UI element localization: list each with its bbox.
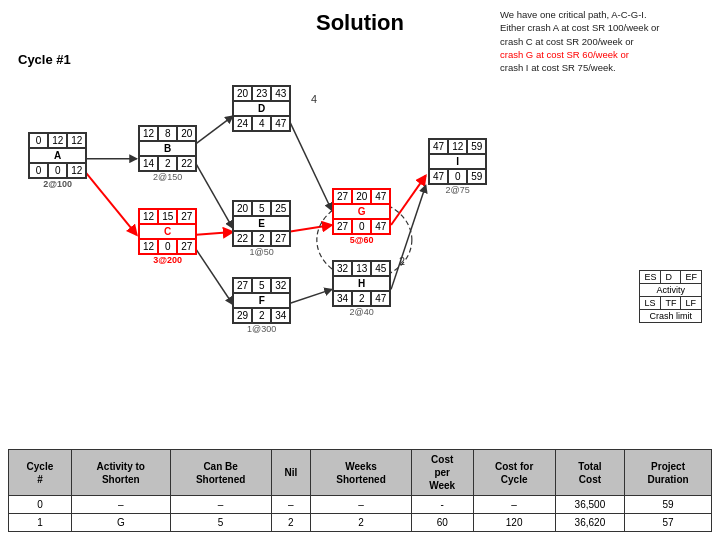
col-cost-cycle: Cost forCycle <box>473 450 555 496</box>
svg-line-4 <box>193 232 233 235</box>
svg-line-6 <box>287 116 332 210</box>
svg-text:2: 2 <box>399 255 405 267</box>
network-diagram: 2 4 01212 A 0012 2@100 12820 B 14222 2@1… <box>10 70 495 390</box>
table-row: 0––––-–36,50059 <box>9 496 712 514</box>
node-H: 321345 H 34247 2@40 <box>332 260 391 317</box>
node-E: 20525 E 22227 1@50 <box>232 200 291 257</box>
svg-line-8 <box>287 289 332 304</box>
col-weeks: WeeksShortened <box>311 450 412 496</box>
svg-line-2 <box>193 116 233 146</box>
node-G: 272047 G 27047 5@60 <box>332 188 391 245</box>
svg-line-3 <box>193 159 233 228</box>
svg-line-5 <box>193 245 233 304</box>
col-can-be: Can BeShortened <box>170 450 271 496</box>
col-proj-dur: ProjectDuration <box>625 450 712 496</box>
node-I: 471259 I 47059 2@75 <box>428 138 487 195</box>
page-title: Solution <box>180 10 540 36</box>
cycle-label: Cycle #1 <box>18 52 71 67</box>
results-table: Cycle# Activity toShorten Can BeShortene… <box>8 449 712 532</box>
node-A: 01212 A 0012 2@100 <box>28 132 87 189</box>
node-C: 121527 C 12027 3@200 <box>138 208 197 265</box>
svg-line-9 <box>391 176 426 225</box>
node-B: 12820 B 14222 2@150 <box>138 125 197 182</box>
node-F: 27532 F 29234 1@300 <box>232 277 291 334</box>
col-total-cost: TotalCost <box>555 450 624 496</box>
node-D: 202343 D 24447 <box>232 85 291 132</box>
col-cost-per: CostperWeek <box>411 450 473 496</box>
svg-line-7 <box>287 225 332 232</box>
svg-line-10 <box>391 185 426 289</box>
critical-path-note: We have one critical path, A-C-G-I. Eith… <box>500 8 710 74</box>
svg-line-1 <box>84 171 136 235</box>
col-cycle: Cycle# <box>9 450 72 496</box>
col-activity: Activity toShorten <box>71 450 170 496</box>
table-row: 1G5226012036,62057 <box>9 514 712 532</box>
svg-text:4: 4 <box>311 93 317 105</box>
legend-box: ES D EF Activity LS TF LF Crash limit <box>639 270 702 323</box>
col-nil: Nil <box>271 450 311 496</box>
